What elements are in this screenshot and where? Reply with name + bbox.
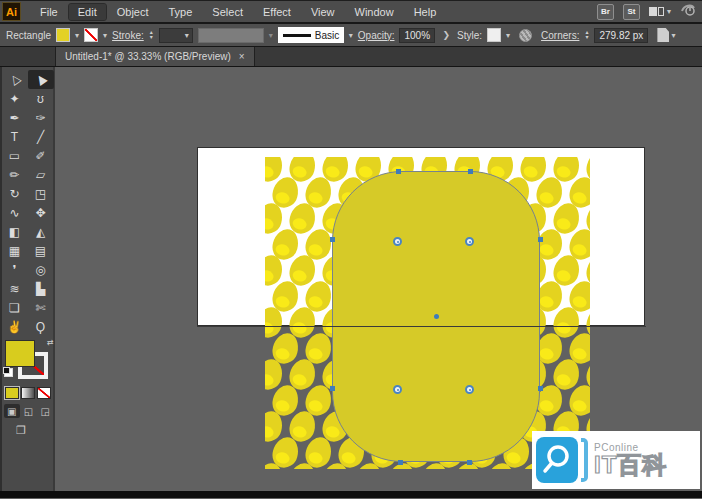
direct-selection-tool[interactable]: ▶: [28, 70, 54, 89]
canvas-area[interactable]: PConline IT百科: [55, 67, 700, 491]
eyedropper-tool[interactable]: ❜: [2, 260, 28, 279]
shape-builder-tool[interactable]: ◧: [2, 222, 28, 241]
menu-help[interactable]: Help: [405, 4, 446, 20]
symbol-sprayer-tool[interactable]: ≋: [2, 279, 28, 298]
stock-button[interactable]: St: [623, 4, 640, 20]
artboard-tool[interactable]: ❏: [2, 298, 28, 317]
color-button[interactable]: [5, 387, 19, 399]
fill-color-swatch[interactable]: [56, 28, 70, 42]
menu-type[interactable]: Type: [160, 4, 202, 20]
menu-file[interactable]: File: [31, 4, 67, 20]
drawing-modes: ▣◱◲: [4, 404, 53, 418]
tab-close-icon[interactable]: ×: [239, 51, 245, 62]
line-segment-tool[interactable]: ╱: [28, 127, 54, 146]
anchor-point[interactable]: [330, 237, 335, 242]
menu-view[interactable]: View: [302, 4, 344, 20]
draw-inside-mode[interactable]: ◲: [37, 404, 53, 418]
menu-select[interactable]: Select: [203, 4, 252, 20]
corners-field[interactable]: 279.82 px: [594, 28, 648, 43]
menu-effect[interactable]: Effect: [254, 4, 300, 20]
style-label: Style:: [457, 30, 482, 41]
workspace-switcher[interactable]: ▾: [649, 7, 671, 16]
anchor-point[interactable]: [467, 460, 472, 465]
column-graph-tool[interactable]: ▙: [28, 279, 54, 298]
gradient-tool[interactable]: ▤: [28, 241, 54, 260]
draw-behind-mode[interactable]: ◱: [21, 404, 37, 418]
lasso-tool[interactable]: ʊ: [28, 89, 54, 108]
menu-edit[interactable]: Edit: [69, 4, 106, 20]
free-transform-tool[interactable]: ✥: [28, 203, 54, 222]
zoom-tool[interactable]: Ϙ: [28, 317, 54, 336]
paintbrush-tool[interactable]: ✐: [28, 146, 54, 165]
blend-tool[interactable]: ◎: [28, 260, 54, 279]
hand-tool-icon: ✌: [7, 320, 22, 334]
anchor-point[interactable]: [538, 237, 543, 242]
type-tool[interactable]: T: [2, 127, 28, 146]
pen-tool[interactable]: ✒: [2, 108, 28, 127]
style-swatch[interactable]: [487, 28, 501, 42]
sync-share-icon[interactable]: [680, 2, 696, 21]
draw-normal-mode[interactable]: ▣: [4, 404, 20, 418]
shaper-tool[interactable]: ✏: [2, 165, 28, 184]
watermark-title: IT百科: [594, 453, 667, 477]
menubar-right: Br St ▾: [597, 2, 696, 21]
anchor-point[interactable]: [398, 460, 403, 465]
slice-tool[interactable]: ✄: [28, 298, 54, 317]
fill-indicator[interactable]: [5, 340, 35, 367]
bridge-button[interactable]: Br: [597, 4, 614, 20]
screen-mode-button[interactable]: ❐: [16, 424, 53, 437]
profile-chevron-icon[interactable]: ▾: [269, 31, 273, 40]
width-tool[interactable]: ∿: [2, 203, 28, 222]
document-tab[interactable]: Untitled-1* @ 33.33% (RGB/Preview) ×: [55, 47, 255, 66]
ai-logo: Ai: [2, 2, 21, 21]
anchor-point[interactable]: [330, 386, 335, 391]
brush-definition-dropdown[interactable]: Basic: [278, 27, 344, 43]
swap-fill-stroke-icon[interactable]: ⇄: [47, 338, 54, 347]
stroke-weight-dropdown[interactable]: ▾: [159, 28, 193, 43]
paint-type-buttons: [5, 387, 53, 399]
stroke-chevron-icon[interactable]: ▾: [103, 31, 107, 40]
live-corner-widget[interactable]: [393, 385, 402, 394]
chevron-down-icon: ▾: [667, 7, 671, 16]
perspective-grid-tool[interactable]: ◭: [28, 222, 54, 241]
menu-object[interactable]: Object: [108, 4, 158, 20]
fill-chevron-icon[interactable]: ▾: [75, 31, 79, 40]
opacity-expand-icon[interactable]: ❯: [440, 30, 452, 40]
rotate-tool[interactable]: ↻: [2, 184, 28, 203]
live-corner-widget[interactable]: [465, 385, 474, 394]
selection-tool[interactable]: ▷: [2, 70, 28, 89]
live-corner-widget[interactable]: [465, 237, 474, 246]
shape-options-button[interactable]: ▾: [657, 28, 675, 42]
eraser-tool[interactable]: ▱: [28, 165, 54, 184]
stroke-weight-stepper[interactable]: ▴▾: [150, 30, 153, 40]
document-icon: [657, 28, 669, 42]
default-fill-stroke-icon[interactable]: [4, 368, 13, 377]
style-chevron-icon[interactable]: ▾: [506, 31, 510, 40]
gradient-button[interactable]: [21, 387, 35, 399]
corners-stepper[interactable]: ▴▾: [585, 30, 588, 40]
type-tool-icon: T: [11, 130, 18, 144]
rectangle-tool[interactable]: ▭: [2, 146, 28, 165]
anchor-point[interactable]: [468, 169, 473, 174]
menu-bar: Ai FileEditObjectTypeSelectEffectViewWin…: [0, 1, 702, 24]
anchor-point[interactable]: [538, 386, 543, 391]
none-button[interactable]: [37, 387, 51, 399]
shape-center-point[interactable]: [434, 314, 439, 319]
curvature-tool[interactable]: ✑: [28, 108, 54, 127]
mesh-tool[interactable]: ▦: [2, 241, 28, 260]
opacity-field[interactable]: 100%: [399, 28, 435, 43]
menu-window[interactable]: Window: [346, 4, 403, 20]
corners-label[interactable]: Corners:: [541, 30, 579, 41]
scale-tool[interactable]: ◳: [28, 184, 54, 203]
magic-wand-tool[interactable]: ✦: [2, 89, 28, 108]
paintbrush-tool-icon: ✐: [35, 149, 45, 163]
brush-chevron-icon[interactable]: ▾: [349, 31, 353, 40]
stroke-profile-dropdown[interactable]: [198, 28, 264, 43]
stroke-weight-label[interactable]: Stroke:: [112, 30, 144, 41]
stroke-color-swatch[interactable]: [84, 28, 98, 42]
anchor-point[interactable]: [396, 169, 401, 174]
opacity-label[interactable]: Opacity:: [358, 30, 395, 41]
hand-tool[interactable]: ✌: [2, 317, 28, 336]
recolor-artwork-icon[interactable]: [519, 29, 532, 42]
live-corner-widget[interactable]: [393, 237, 402, 246]
